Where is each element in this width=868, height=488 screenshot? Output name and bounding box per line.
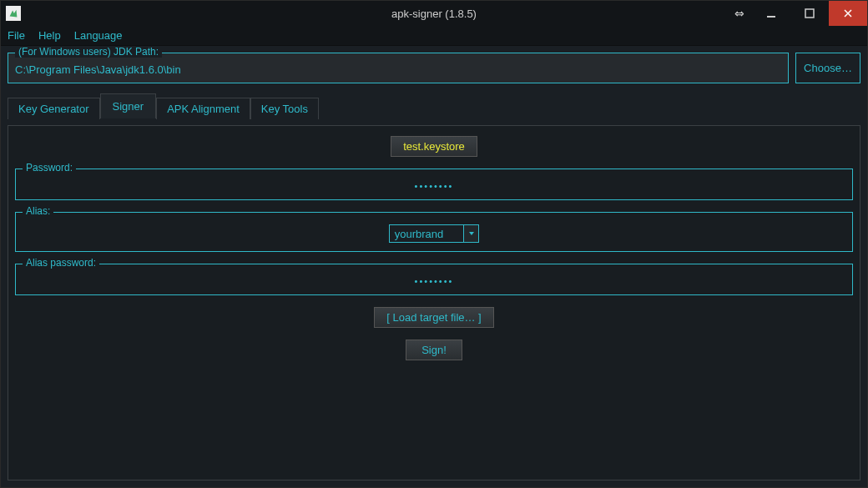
tab-key-generator[interactable]: Key Generator [8, 98, 100, 119]
titlebar: apk-signer (1.8.5) ⇔ [1, 1, 867, 26]
window-controls: ⇔ [727, 1, 867, 26]
sign-button[interactable]: Sign! [406, 340, 462, 360]
jdk-legend: (For Windows users) JDK Path: [15, 46, 162, 58]
app-window: apk-signer (1.8.5) ⇔ File Help Language … [0, 0, 868, 488]
jdk-path-text: C:\Program Files\Java\jdk1.6.0\bin [15, 63, 781, 76]
menu-file[interactable]: File [8, 29, 25, 42]
pin-icon[interactable]: ⇔ [727, 1, 752, 26]
menu-help[interactable]: Help [38, 29, 61, 42]
minimize-button[interactable] [752, 1, 790, 26]
alias-password-group: Alias password: •••••••• [15, 264, 853, 295]
chevron-down-icon [463, 225, 478, 242]
close-button[interactable] [829, 1, 867, 26]
password-legend: Password: [23, 162, 76, 174]
alias-group: Alias: yourbrand [15, 212, 853, 252]
menu-language[interactable]: Language [74, 29, 123, 42]
maximize-button[interactable] [790, 1, 829, 26]
svg-rect-1 [805, 9, 814, 18]
menubar: File Help Language [1, 26, 867, 46]
alias-password-legend: Alias password: [23, 257, 99, 269]
content-area: (For Windows users) JDK Path: C:\Program… [1, 46, 867, 487]
tab-key-tools[interactable]: Key Tools [250, 98, 319, 119]
app-icon [6, 6, 21, 21]
alias-legend: Alias: [23, 205, 53, 217]
load-target-button[interactable]: [ Load target file… ] [374, 307, 493, 328]
tab-apk-alignment[interactable]: APK Alignment [156, 98, 250, 119]
alias-select[interactable]: yourbrand [389, 224, 480, 243]
password-group: Password: •••••••• [15, 169, 853, 200]
jdk-row: (For Windows users) JDK Path: C:\Program… [8, 53, 860, 83]
password-field[interactable]: •••••••• [415, 181, 454, 191]
signer-panel: test.keystore Password: •••••••• Alias: … [8, 125, 860, 480]
choose-button[interactable]: Choose… [795, 53, 860, 83]
alias-value: yourbrand [390, 228, 464, 240]
svg-rect-0 [767, 16, 775, 18]
tab-bar: Key Generator Signer APK Alignment Key T… [8, 93, 860, 118]
jdk-path-box: (For Windows users) JDK Path: C:\Program… [8, 53, 789, 83]
tab-signer[interactable]: Signer [100, 93, 157, 118]
keystore-button[interactable]: test.keystore [391, 136, 477, 157]
alias-password-field[interactable]: •••••••• [415, 276, 454, 286]
window-title: apk-signer (1.8.5) [391, 8, 477, 20]
